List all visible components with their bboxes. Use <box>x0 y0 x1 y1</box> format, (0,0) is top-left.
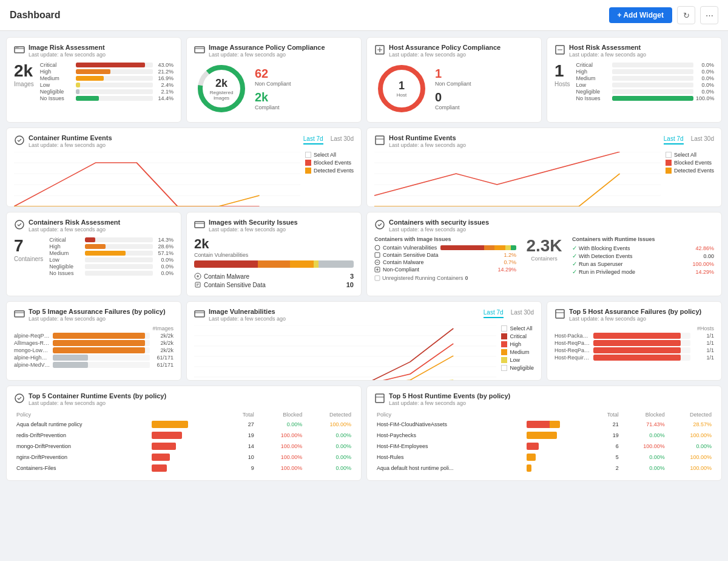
unregistered-icon <box>374 275 380 281</box>
top5-host-runtime-subtitle: Last update: a few seconds ago <box>389 400 510 406</box>
col-total: Total <box>228 411 255 418</box>
table-row: nginx-DriftPrevention 10 100.00% 0.00% <box>15 452 352 462</box>
image-vulns-subtitle: Last update: a few seconds ago <box>209 316 286 322</box>
sensitive-data-row: Contain Sensitive Data 1.2% <box>374 252 516 258</box>
legend-select-all[interactable]: Select All <box>314 152 336 158</box>
risk-bars: Critical43.0% High21.2% Medium16.9% Low2… <box>40 61 174 102</box>
containers-security-title: Containers with security issues <box>389 219 489 226</box>
card-header: Top 5 Host Runtime Events (by policy) La… <box>374 392 714 406</box>
card-header: Containers with security issues Last upd… <box>374 219 714 233</box>
vuln-row: Contain Vulnerabilities <box>374 245 516 251</box>
image-vulns-title: Image Vulnerabilities <box>209 308 286 315</box>
legend-select-all[interactable]: Select All <box>510 325 532 332</box>
svg-point-43 <box>15 394 24 403</box>
table-row: Aqua default runtime policy 27 0.00% 100… <box>15 420 352 429</box>
container-runtime-icon <box>14 135 25 146</box>
top5-container-runtime-card: Top 5 Container Runtime Events (by polic… <box>6 386 362 481</box>
sensitive-count: 10 <box>346 281 354 288</box>
col-hosts: #Hosts <box>697 325 714 332</box>
top5-host-runtime-card: Top 5 Host Runtime Events (by policy) La… <box>366 386 722 481</box>
legend-blocked[interactable]: Blocked Events <box>674 160 712 166</box>
add-widget-button[interactable]: + Add Widget <box>609 7 672 23</box>
svg-point-9 <box>15 136 24 144</box>
sensitive-icon <box>194 281 201 288</box>
malware-data-icon <box>374 259 380 265</box>
image-risk-count: 2k <box>14 61 34 81</box>
legend-detected[interactable]: Detected Events <box>314 168 354 174</box>
top5-image-title: Top 5 Image Assurance Failures (by polic… <box>29 308 166 315</box>
top5-host-assurance-card: Top 5 Host Assurance Failures (by policy… <box>547 301 722 381</box>
tab-7d[interactable]: Last 7d <box>664 134 684 144</box>
col-detected: Detected <box>305 411 352 418</box>
table-row: Containers-Files 9 100.00% 0.00% <box>15 463 352 473</box>
host-risk-subtitle: Last update: a few seconds ago <box>569 52 646 58</box>
noncompliant-icon <box>374 267 380 273</box>
legend-blocked[interactable]: Blocked Events <box>314 160 351 166</box>
host-runtime-card: Host Runtime Events Last update: a few s… <box>366 127 722 207</box>
donut-stats: 1 Non Compliant 0 Compliant <box>435 67 471 110</box>
tab-7d[interactable]: Last 7d <box>484 308 504 318</box>
top5-image-icon <box>14 308 25 319</box>
card-header: Host Runtime Events Last update: a few s… <box>374 134 466 148</box>
legend-detected[interactable]: Detected Events <box>674 168 714 174</box>
legend-medium[interactable]: Medium <box>510 349 529 355</box>
legend-high[interactable]: High <box>510 341 521 347</box>
card-header: Top 5 Container Runtime Events (by polic… <box>14 392 354 406</box>
legend-negligible[interactable]: Negligible <box>510 365 534 371</box>
tab-7d[interactable]: Last 7d <box>303 134 323 144</box>
vuln-legend: Select All Critical High Medium Low Negl… <box>501 325 534 371</box>
svg-point-28 <box>375 245 380 250</box>
containers-big-num-section: 2.3K Containers <box>520 236 568 262</box>
tab-30d[interactable]: Last 30d <box>331 134 354 144</box>
top5-container-subtitle: Last update: a few seconds ago <box>29 400 166 406</box>
svg-point-1 <box>16 47 16 48</box>
svg-rect-32 <box>375 276 380 280</box>
top5-image-assurance-card: Top 5 Image Assurance Failures (by polic… <box>6 301 181 381</box>
legend-select-all[interactable]: Select All <box>674 152 696 158</box>
image-risk-label: Images <box>14 81 34 87</box>
table-row: redis-DriftPrevention 19 100.00% 0.00% <box>15 430 352 440</box>
host-assurance-row-2: Host-ReqPackages1/1 <box>554 340 714 346</box>
containers-security-card: Containers with security issues Last upd… <box>366 212 722 296</box>
tab-30d[interactable]: Last 30d <box>691 134 714 144</box>
host-policy-table: Policy Total Blocked Detected Host-FIM-C… <box>374 410 714 474</box>
non-compliant-num: 62 <box>255 67 291 81</box>
containers-big-label: Containers <box>520 256 568 262</box>
col-blocked: Blocked <box>621 411 666 418</box>
legend-critical[interactable]: Critical <box>510 333 527 339</box>
image-assurance-title: Image Assurance Policy Compliance <box>209 44 325 51</box>
image-risk-icon <box>14 44 25 55</box>
top5-host-icon <box>554 308 565 319</box>
card-header: Containers Risk Assessment Last update: … <box>14 219 174 233</box>
donut-section: 1 Host 1 Non Compliant 0 Compliant <box>374 61 534 116</box>
noncompliant-row: Non-Compliant 14.29% <box>374 267 516 273</box>
image-assurance-subtitle: Last update: a few seconds ago <box>209 52 325 58</box>
superuser-row: ✓ Run as Superuser 100.00% <box>572 260 714 267</box>
host-risk-title: Host Risk Assessment <box>569 44 646 51</box>
card-header: Image Vulnerabilities Last update: a few… <box>194 308 286 322</box>
tab-30d[interactable]: Last 30d <box>511 308 534 318</box>
legend-low[interactable]: Low <box>510 357 520 363</box>
host-runtime-subtitle: Last update: a few seconds ago <box>389 142 466 148</box>
dashboard-grid: Image Risk Assessment Last update: a few… <box>0 31 728 487</box>
containers-security-icon <box>374 219 385 230</box>
non-compliant-num: 1 <box>435 67 471 81</box>
host-assurance-row-1: Host-PackageBlock1/1 <box>554 333 714 339</box>
more-options-button[interactable]: ⋯ <box>700 6 718 24</box>
runtime-issues-section: Containers with Runtime Issues ✓ With Bl… <box>572 236 714 276</box>
container-runtime-title: Container Runtime Events <box>29 134 112 141</box>
runtime-issues-title: Containers with Runtime Issues <box>572 236 714 242</box>
images-security-card: Images with Security Issues Last update:… <box>186 212 362 296</box>
refresh-button[interactable]: ↻ <box>677 6 695 24</box>
image-vulns-card: Image Vulnerabilities Last update: a few… <box>186 301 542 381</box>
top5-host-title: Top 5 Host Assurance Failures (by policy… <box>569 308 701 315</box>
malware-row: Contain Malware 3 <box>194 273 354 280</box>
col-detected: Detected <box>667 411 713 418</box>
chart-legend: Select All Blocked Events Detected Event… <box>666 152 714 174</box>
svg-rect-26 <box>195 282 200 287</box>
assurance-row-4: alpine-HighVuln-Non...61/171 <box>14 355 174 361</box>
card-header: Host Risk Assessment Last update: a few … <box>554 44 714 58</box>
image-issues-section: Containers with Image Issues Contain Vul… <box>374 236 516 281</box>
donut-stats: 62 Non Compliant 2k Compliant <box>255 67 291 110</box>
col-blocked: Blocked <box>257 411 304 418</box>
